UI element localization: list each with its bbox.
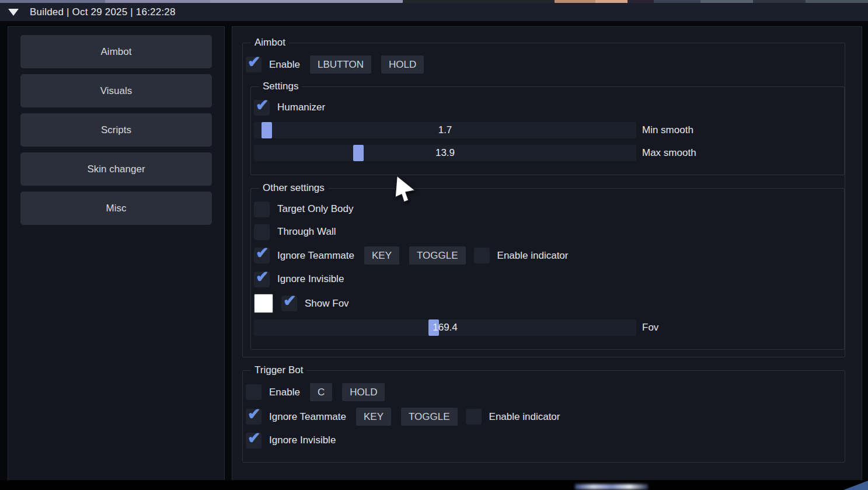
check-icon: ✔ — [256, 267, 269, 286]
min-smooth-slider-handle[interactable] — [262, 122, 272, 138]
aimbot-ignore-teammate-keybind-button[interactable]: KEY — [364, 246, 399, 265]
aimbot-enable-label: Enable — [269, 59, 300, 71]
max-smooth-row: 13.9 Max smooth — [254, 145, 844, 161]
through-wall-checkbox[interactable]: ✔ — [254, 224, 270, 240]
humanizer-checkbox[interactable]: ✔ — [254, 100, 270, 116]
sidebar-item-skin-changer[interactable]: Skin changer — [20, 152, 212, 186]
aimbot-keybind-button[interactable]: LBUTTON — [310, 55, 371, 74]
check-icon: ✔ — [247, 405, 261, 423]
other-settings-group: Other settings ✔ Target Only Body ✔ Thro… — [250, 182, 845, 350]
max-smooth-slider-handle[interactable] — [353, 145, 364, 161]
target-only-body-checkbox[interactable]: ✔ — [254, 201, 270, 217]
settings-group: Settings ✔ Humanizer 1.7 Min smooth — [250, 81, 845, 175]
check-icon: ✔ — [247, 429, 261, 447]
max-smooth-label: Max smooth — [642, 147, 696, 159]
screen: Builded | Oct 29 2025 | 16:22:28 Aimbot … — [0, 0, 868, 490]
aimbot-enable-row: ✔ Enable LBUTTON HOLD — [246, 55, 845, 74]
mouse-cursor-icon — [391, 174, 417, 204]
show-fov-checkbox[interactable]: ✔ — [281, 296, 297, 311]
titlebar: Builded | Oct 29 2025 | 16:22:28 — [0, 3, 868, 21]
aimbot-ignore-teammate-row: ✔ Ignore Teammate KEY TOGGLE ✔ Enable in… — [254, 246, 844, 265]
aimbot-group: Aimbot ✔ Enable LBUTTON HOLD Settings ✔ … — [242, 37, 845, 357]
sidebar-item-scripts[interactable]: Scripts — [20, 113, 212, 147]
check-icon: ✔ — [283, 291, 297, 310]
show-fov-row: ✔ Show Fov — [254, 294, 844, 313]
triggerbot-group-legend: Trigger Bot — [251, 364, 306, 376]
max-smooth-slider[interactable]: 13.9 — [254, 145, 636, 161]
min-smooth-row: 1.7 Min smooth — [254, 122, 844, 138]
collapse-triangle-icon[interactable] — [8, 9, 19, 16]
aimbot-enable-indicator-checkbox[interactable]: ✔ — [474, 248, 490, 263]
settings-group-legend: Settings — [259, 81, 302, 92]
aimbot-ignore-teammate-label: Ignore Teammate — [277, 250, 354, 262]
window-title: Builded | Oct 29 2025 | 16:22:28 — [30, 6, 176, 18]
aimbot-group-legend: Aimbot — [251, 37, 289, 48]
fov-row: 169.4 Fov — [254, 319, 844, 336]
fov-label: Fov — [642, 322, 658, 333]
min-smooth-label: Min smooth — [642, 124, 693, 136]
max-smooth-value: 13.9 — [254, 145, 636, 161]
trigger-ignore-invisible-checkbox[interactable]: ✔ — [246, 433, 262, 449]
show-fov-label: Show Fov — [305, 298, 349, 310]
trigger-enable-row: ✔ Enable C HOLD — [246, 383, 845, 401]
fov-value: 169.4 — [254, 319, 636, 336]
trigger-ignore-teammate-keybind-button[interactable]: KEY — [356, 408, 391, 426]
game-background-bottom — [0, 480, 868, 490]
game-corner-triangle — [843, 481, 868, 490]
trigger-enable-indicator-checkbox[interactable]: ✔ — [466, 409, 482, 425]
trigger-enable-label: Enable — [269, 387, 300, 398]
aimbot-enable-checkbox[interactable]: ✔ — [246, 57, 262, 72]
trigger-enable-indicator-label: Enable indicator — [489, 411, 560, 423]
fov-slider-handle[interactable] — [428, 319, 439, 336]
other-settings-group-legend: Other settings — [259, 182, 328, 194]
aimbot-ignore-invisible-label: Ignore Invisible — [277, 273, 344, 285]
aimbot-keymode-button[interactable]: HOLD — [381, 55, 424, 74]
through-wall-row: ✔ Through Wall — [254, 224, 844, 240]
trigger-keymode-button[interactable]: HOLD — [342, 383, 385, 401]
main-panel: Aimbot ✔ Enable LBUTTON HOLD Settings ✔ … — [232, 26, 862, 481]
target-only-body-row: ✔ Target Only Body — [254, 201, 844, 217]
check-icon: ✔ — [256, 244, 269, 262]
trigger-ignore-teammate-row: ✔ Ignore Teammate KEY TOGGLE ✔ Enable in… — [246, 408, 845, 426]
trigger-keybind-button[interactable]: C — [310, 383, 332, 401]
min-smooth-slider[interactable]: 1.7 — [254, 122, 636, 138]
trigger-ignore-teammate-keymode-button[interactable]: TOGGLE — [401, 408, 458, 426]
fov-color-swatch[interactable] — [254, 294, 273, 313]
humanizer-label: Humanizer — [277, 102, 325, 113]
aimbot-ignore-teammate-keymode-button[interactable]: TOGGLE — [409, 246, 466, 265]
target-only-body-label: Target Only Body — [277, 203, 353, 215]
triggerbot-group: Trigger Bot ✔ Enable C HOLD ✔ Ignore Tea… — [242, 364, 845, 463]
sidebar-item-misc[interactable]: Misc — [20, 192, 212, 225]
trigger-ignore-teammate-checkbox[interactable]: ✔ — [246, 409, 262, 425]
aimbot-ignore-teammate-checkbox[interactable]: ✔ — [254, 248, 270, 263]
sidebar-item-visuals[interactable]: Visuals — [20, 74, 212, 107]
trigger-ignore-invisible-label: Ignore Invisible — [269, 435, 336, 446]
sidebar: Aimbot Visuals Scripts Skin changer Misc — [8, 26, 225, 481]
game-pixels — [575, 484, 648, 489]
aimbot-enable-indicator-label: Enable indicator — [497, 250, 569, 262]
aimbot-ignore-invisible-row: ✔ Ignore Invisible — [254, 271, 844, 287]
fov-slider[interactable]: 169.4 — [254, 319, 636, 336]
min-smooth-value: 1.7 — [254, 122, 636, 138]
aimbot-ignore-invisible-checkbox[interactable]: ✔ — [254, 272, 270, 287]
humanizer-row: ✔ Humanizer — [254, 99, 844, 116]
sidebar-item-aimbot[interactable]: Aimbot — [20, 35, 212, 68]
trigger-ignore-teammate-label: Ignore Teammate — [269, 411, 346, 423]
through-wall-label: Through Wall — [277, 226, 336, 238]
trigger-ignore-invisible-row: ✔ Ignore Invisible — [246, 432, 845, 449]
check-icon: ✔ — [247, 53, 261, 71]
check-icon: ✔ — [256, 96, 269, 114]
trigger-enable-checkbox[interactable]: ✔ — [246, 384, 262, 400]
